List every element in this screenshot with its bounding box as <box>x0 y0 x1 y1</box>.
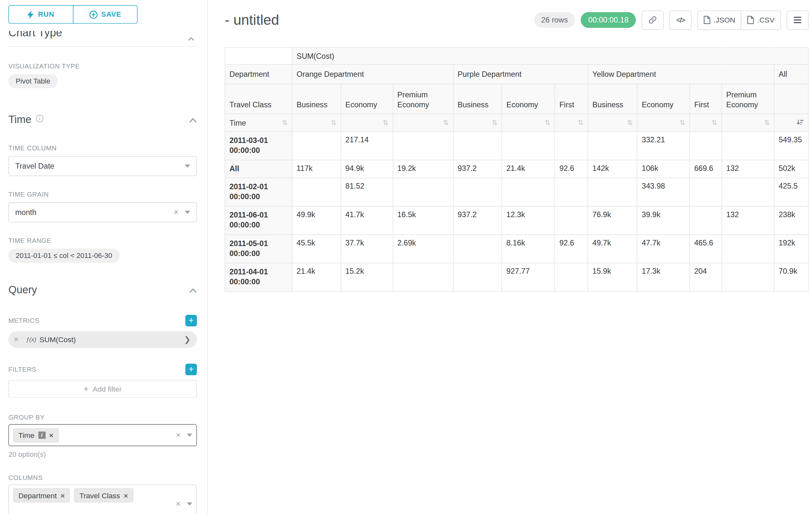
chevron-down-icon <box>185 211 190 214</box>
time-range-pill[interactable]: 2011-01-01 ≤ col < 2011-06-30 <box>8 249 119 263</box>
pivot-subcolumn-header: First <box>690 84 722 114</box>
add-filter-plus-button[interactable]: + <box>185 364 197 375</box>
time-grain-value: month <box>15 208 36 217</box>
pivot-value-cell: 132 <box>722 160 774 178</box>
time-grain-select[interactable]: month × <box>8 202 197 222</box>
view-query-button[interactable]: </> <box>669 10 692 30</box>
section-divider <box>8 46 197 47</box>
query-timer-badge: 00:00:00.18 <box>581 12 636 28</box>
pivot-row-label: 2011-05-01 00:00:00 <box>225 235 292 263</box>
pivot-metric-header: SUM(Cost) <box>292 48 808 64</box>
pivot-value-cell <box>722 235 774 263</box>
query-section-title: Query <box>8 284 37 296</box>
pivot-value-cell <box>393 178 453 206</box>
pivot-data-row: 2011-06-01 00:00:0049.9k41.7k16.5k937.21… <box>225 206 809 235</box>
time-section-title: Time <box>8 113 31 126</box>
pivot-sort-cell <box>774 114 808 132</box>
pivot-value-cell <box>393 132 453 160</box>
pivot-value-cell <box>453 178 502 206</box>
pivot-subdimension-label: Travel Class <box>225 84 292 114</box>
chevron-down-icon <box>187 503 192 506</box>
row-count-badge: 26 rows <box>534 12 575 28</box>
chart-menu-button[interactable] <box>787 10 809 30</box>
save-button[interactable]: SAVE <box>73 5 137 23</box>
pivot-value-cell: 204 <box>690 263 722 291</box>
remove-metric-icon[interactable]: × <box>14 335 22 344</box>
sort-toggle-icon[interactable]: ⇅ <box>764 119 770 126</box>
pivot-data-row: 2011-03-01 00:00:00217.14332.21549.35 <box>225 132 809 160</box>
time-column-label: TIME COLUMN <box>8 144 197 152</box>
time-column-select[interactable]: Travel Date <box>8 156 197 176</box>
pivot-value-cell <box>690 132 722 160</box>
time-column-value: Travel Date <box>15 162 54 170</box>
pivot-row-label: 2011-06-01 00:00:00 <box>225 206 292 235</box>
pivot-value-cell: 238k <box>774 206 808 235</box>
sort-toggle-icon[interactable]: ⇅ <box>282 119 288 126</box>
pivot-row-label: All <box>225 160 292 178</box>
pivot-value-cell <box>502 132 555 160</box>
sort-toggle-icon[interactable]: ⇅ <box>383 119 388 126</box>
sort-toggle-icon[interactable]: ⇅ <box>578 119 583 126</box>
sort-toggle-icon[interactable]: ⇅ <box>443 119 449 126</box>
pivot-value-cell: 94.9k <box>341 160 393 178</box>
remove-chip-icon[interactable]: × <box>60 491 64 499</box>
pivot-value-cell: 19.2k <box>393 160 453 178</box>
export-json-button[interactable]: .JSON <box>697 10 742 30</box>
sort-toggle-icon[interactable]: ⇅ <box>545 119 550 126</box>
sort-toggle-icon[interactable]: ⇅ <box>492 119 497 126</box>
query-section-header[interactable]: Query <box>8 284 197 296</box>
chevron-up-icon[interactable] <box>189 285 197 295</box>
sort-toggle-icon[interactable]: ⇅ <box>627 119 633 126</box>
add-metric-button[interactable]: + <box>185 315 197 326</box>
metric-name: SUM(Cost) <box>39 335 76 344</box>
pivot-value-cell <box>555 206 588 235</box>
time-grain-label: TIME GRAIN <box>8 191 197 198</box>
pivot-sort-cell: ⇅ <box>637 114 690 132</box>
chart-type-section-header[interactable]: Chart Type <box>8 31 197 40</box>
pivot-value-cell: 41.7k <box>341 206 393 235</box>
caret-right-icon[interactable]: ❯ <box>184 335 191 344</box>
run-button[interactable]: RUN <box>8 5 74 23</box>
pivot-value-cell: 49.7k <box>588 235 637 263</box>
metrics-label: METRICS <box>8 317 39 324</box>
time-section-header[interactable]: Time <box>8 113 197 126</box>
pivot-sort-cell: ⇅ <box>292 114 341 132</box>
function-icon: ƒ(x) <box>26 336 36 343</box>
copy-link-button[interactable] <box>642 10 664 30</box>
remove-chip-icon[interactable]: × <box>49 431 53 439</box>
pivot-value-cell <box>722 263 774 291</box>
filters-label: FILTERS <box>8 366 36 373</box>
export-csv-button[interactable]: .CSV <box>741 10 781 30</box>
pivot-sort-cell: ⇅ <box>502 114 555 132</box>
sort-toggle-icon[interactable]: ⇅ <box>712 119 717 126</box>
clear-icon[interactable]: × <box>170 208 182 217</box>
pivot-value-cell: 217.14 <box>341 132 393 160</box>
chevron-up-icon[interactable] <box>189 115 197 124</box>
columns-select[interactable]: Department × Travel Class × × <box>8 484 197 514</box>
clear-icon[interactable]: × <box>173 500 184 508</box>
pivot-value-cell <box>292 132 341 160</box>
add-filter-button[interactable]: + Add filter <box>8 380 197 398</box>
bolt-icon <box>28 10 34 19</box>
sort-toggle-icon[interactable]: ⇅ <box>679 119 685 126</box>
pivot-sort-cell: ⇅ <box>690 114 722 132</box>
sort-desc-active-icon[interactable] <box>796 118 804 127</box>
metric-pill[interactable]: × ƒ(x) SUM(Cost) ❯ <box>8 331 197 348</box>
pivot-value-cell: 21.4k <box>292 263 341 291</box>
chart-title[interactable]: - untitled <box>225 12 279 28</box>
pivot-subcolumn-header: Business <box>588 84 637 114</box>
pivot-value-cell: 465.6 <box>690 235 722 263</box>
pivot-value-cell <box>453 235 502 263</box>
chevron-down-icon <box>187 434 192 437</box>
pivot-value-cell: 45.5k <box>292 235 341 263</box>
clear-icon[interactable]: × <box>173 431 184 439</box>
viz-type-pill[interactable]: Pivot Table <box>8 74 57 88</box>
group-by-select[interactable]: Time i × × <box>8 424 197 446</box>
pivot-value-cell: 92.6 <box>555 235 588 263</box>
pivot-value-cell <box>453 263 502 291</box>
pivot-value-cell: 15.2k <box>341 263 393 291</box>
sort-toggle-icon[interactable]: ⇅ <box>330 119 336 126</box>
pivot-value-cell: 16.5k <box>393 206 453 235</box>
columns-label: COLUMNS <box>8 474 197 482</box>
remove-chip-icon[interactable]: × <box>123 491 128 499</box>
